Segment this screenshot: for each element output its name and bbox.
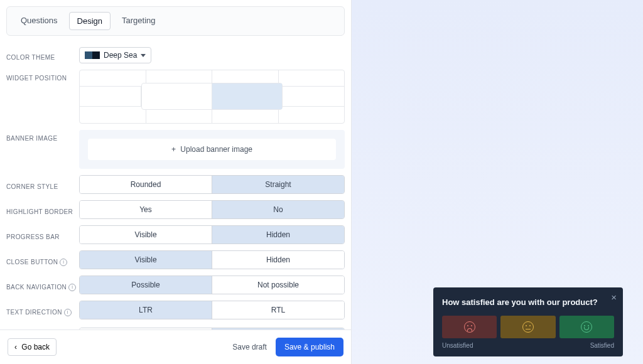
tabs: Questions Design Targeting [6,6,345,36]
tab-design[interactable]: Design [69,12,111,30]
position-cell[interactable] [80,87,141,106]
chevron-down-icon [141,54,146,57]
preview-pane: × How satisfied are you with our product… [352,0,643,364]
happy-face-icon [581,321,592,333]
save-publish-button[interactable]: Save & publish [276,338,343,356]
label-high: Satisfied [590,342,614,349]
info-icon[interactable]: i [60,259,67,266]
progress-hidden[interactable]: Hidden [212,226,344,244]
label-low: Unsatisfied [442,342,473,349]
back-not-possible[interactable]: Not possible [212,276,344,294]
tab-questions[interactable]: Questions [13,12,65,30]
upload-banner-label: Upload banner image [180,145,252,154]
neutral-face-icon [522,321,534,333]
progress-bar-toggle: Visible Hidden [79,225,345,244]
close-icon[interactable]: × [611,292,617,302]
close-visible[interactable]: Visible [80,251,212,269]
survey-options [442,316,614,338]
corner-rounded[interactable]: Rounded [80,176,212,193]
survey-widget: × How satisfied are you with our product… [433,287,623,356]
text-rtl[interactable]: RTL [212,301,344,319]
highlight-yes[interactable]: Yes [80,201,212,218]
survey-question: How satisfied are you with our product? [442,297,614,307]
position-cell[interactable] [80,70,146,87]
swatch-icon [85,51,92,59]
back-nav-toggle: Possible Not possible [79,276,345,294]
position-cell[interactable] [283,87,344,106]
banner-upload-area: + Upload banner image [79,130,345,169]
sad-face-icon [464,321,475,333]
rating-unsatisfied[interactable] [442,316,497,338]
label-widget-position: WIDGET POSITION [6,70,79,83]
back-possible[interactable]: Possible [80,276,212,294]
info-icon[interactable]: i [68,284,76,291]
tab-targeting[interactable]: Targeting [114,12,163,30]
upload-banner-button[interactable]: + Upload banner image [88,139,336,160]
settings-panel: Questions Design Targeting COLOR THEME D… [0,0,352,364]
position-cell[interactable] [279,70,345,87]
plus-icon: + [171,145,176,154]
corner-straight[interactable]: Straight [212,176,344,193]
tabs-bar: Questions Design Targeting [0,0,351,36]
corner-style-toggle: Rounded Straight [79,175,345,194]
close-button-toggle: Visible Hidden [79,250,345,269]
save-draft-button[interactable]: Save draft [232,343,267,351]
position-cell[interactable] [142,83,212,109]
text-direction-toggle: LTR RTL [79,301,345,319]
survey-scale-labels: Unsatisfied Satisfied [442,342,614,349]
label-color-theme: COLOR THEME [6,49,79,62]
position-cell-selected[interactable] [212,83,282,109]
close-hidden[interactable]: Hidden [212,251,344,269]
color-theme-select[interactable]: Deep Sea [79,47,151,63]
position-cell[interactable] [279,107,345,123]
label-text-direction: TEXT DIRECTIONi [6,304,79,317]
rating-neutral[interactable] [500,316,555,338]
chevron-left-icon: ‹ [14,343,17,351]
text-ltr[interactable]: LTR [80,301,212,319]
go-back-label: Go back [21,343,50,351]
color-theme-value: Deep Sea [104,51,137,60]
progress-visible[interactable]: Visible [80,226,212,244]
label-corner-style: CORNER STYLE [6,178,79,191]
position-cell[interactable] [80,107,146,123]
label-highlight-border: HIGHLIGHT BORDER [6,203,79,217]
label-progress-bar: PROGRESS BAR [6,228,79,242]
label-close-button: CLOSE BUTTONi [6,254,79,267]
rating-satisfied[interactable] [559,316,614,338]
highlight-no[interactable]: No [212,201,344,218]
highlight-border-toggle: Yes No [79,200,345,219]
swatch-icon [92,51,100,59]
footer: ‹ Go back Save draft Save & publish [0,329,351,364]
widget-position-grid [79,70,345,124]
position-center-group [141,83,283,110]
label-banner-image: BANNER IMAGE [6,130,79,143]
go-back-button[interactable]: ‹ Go back [8,338,57,356]
settings-scroll[interactable]: COLOR THEME Deep Sea WIDGET POSITION [0,36,351,329]
info-icon[interactable]: i [64,309,72,316]
label-back-nav: BACK NAVIGATIONi [6,279,79,292]
